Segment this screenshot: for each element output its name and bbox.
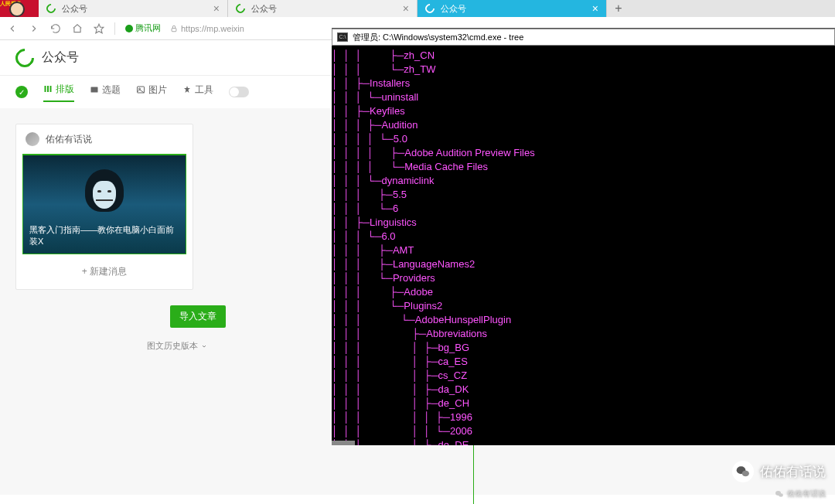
import-article-button[interactable]: 导入文章 bbox=[170, 305, 226, 328]
layout-icon bbox=[43, 84, 53, 94]
svg-point-12 bbox=[779, 493, 783, 497]
watermark: 佑佑有话说 bbox=[732, 461, 826, 482]
tool-tools[interactable]: 工具 bbox=[182, 83, 213, 101]
image-icon bbox=[136, 85, 145, 94]
svg-rect-6 bbox=[91, 87, 98, 93]
chevron-down-icon bbox=[201, 343, 207, 349]
toggle-switch[interactable] bbox=[229, 87, 249, 97]
divider-line bbox=[473, 445, 474, 504]
wechat-icon bbox=[45, 2, 58, 15]
close-icon[interactable]: × bbox=[403, 2, 409, 15]
cmd-titlebar[interactable]: C:\ 管理员: C:\Windows\system32\cmd.exe - t… bbox=[332, 29, 835, 46]
favorite-button[interactable] bbox=[93, 22, 105, 35]
svg-rect-2 bbox=[172, 28, 176, 31]
cmd-output: │ │ │ ├─zh_CN │ │ │ └─zh_TW │ │ ├─Instal… bbox=[332, 46, 835, 445]
tab-label: 公众号 bbox=[251, 3, 277, 15]
wechat-icon bbox=[234, 2, 247, 15]
cmd-scrollbar[interactable] bbox=[332, 441, 355, 445]
tool-image[interactable]: 图片 bbox=[136, 83, 167, 101]
browser-tab-0[interactable]: 公众号 × bbox=[39, 0, 228, 17]
back-button[interactable] bbox=[6, 22, 19, 35]
wechat-icon bbox=[424, 2, 437, 15]
author-avatar-icon bbox=[26, 132, 39, 146]
page-title: 公众号 bbox=[42, 49, 79, 66]
article-cover[interactable]: 黑客入门指南——教你在电脑小白面前装X bbox=[22, 154, 186, 254]
reload-button[interactable] bbox=[49, 22, 62, 35]
tool-topic[interactable]: 选题 bbox=[90, 83, 121, 101]
svg-rect-3 bbox=[45, 86, 46, 92]
svg-point-10 bbox=[742, 471, 749, 477]
hacker-mask-illustration bbox=[85, 169, 124, 216]
wechat-bubble-icon bbox=[775, 489, 784, 499]
svg-marker-0 bbox=[94, 24, 104, 33]
browser-tab-2[interactable]: 公众号 × bbox=[418, 0, 607, 17]
card-author: 佑佑有话说 bbox=[16, 124, 193, 154]
article-title: 黑客入门指南——教你在电脑小白面前装X bbox=[29, 224, 179, 247]
svg-point-1 bbox=[125, 25, 133, 32]
close-icon[interactable]: × bbox=[213, 2, 220, 15]
browser-tab-1[interactable]: 公众号 × bbox=[228, 0, 418, 17]
close-icon[interactable]: × bbox=[592, 2, 598, 15]
lock-icon bbox=[170, 25, 178, 32]
cmd-icon: C:\ bbox=[337, 32, 348, 42]
new-tab-button[interactable]: + bbox=[607, 0, 630, 17]
svg-rect-5 bbox=[50, 86, 52, 92]
tab-label: 公众号 bbox=[441, 3, 466, 15]
watermark-small: 佑佑有话说 bbox=[775, 489, 826, 499]
svg-rect-4 bbox=[47, 86, 49, 92]
check-icon: ✓ bbox=[15, 86, 28, 98]
new-message-button[interactable]: + 新建消息 bbox=[16, 254, 193, 289]
topic-icon bbox=[90, 85, 99, 94]
tool-icon bbox=[182, 85, 192, 94]
tool-layout[interactable]: 排版 bbox=[43, 83, 74, 102]
tab-label: 公众号 bbox=[62, 3, 87, 15]
home-button[interactable] bbox=[71, 22, 84, 35]
browser-tab-bar: 人民服务 公众号 × 公众号 × 公众号 × + bbox=[0, 0, 835, 17]
forward-button[interactable] bbox=[28, 22, 40, 35]
wechat-logo-icon bbox=[12, 45, 38, 71]
url-text[interactable]: https://mp.weixin bbox=[170, 24, 244, 33]
wechat-bubble-icon bbox=[732, 461, 754, 482]
article-card[interactable]: 佑佑有话说 黑客入门指南——教你在电脑小白面前装X + 新建消息 bbox=[15, 124, 193, 290]
tencent-link[interactable]: 腾讯网 bbox=[124, 22, 161, 34]
cmd-window[interactable]: C:\ 管理员: C:\Windows\system32\cmd.exe - t… bbox=[332, 28, 835, 445]
profile-avatar[interactable]: 人民服务 bbox=[0, 0, 39, 17]
